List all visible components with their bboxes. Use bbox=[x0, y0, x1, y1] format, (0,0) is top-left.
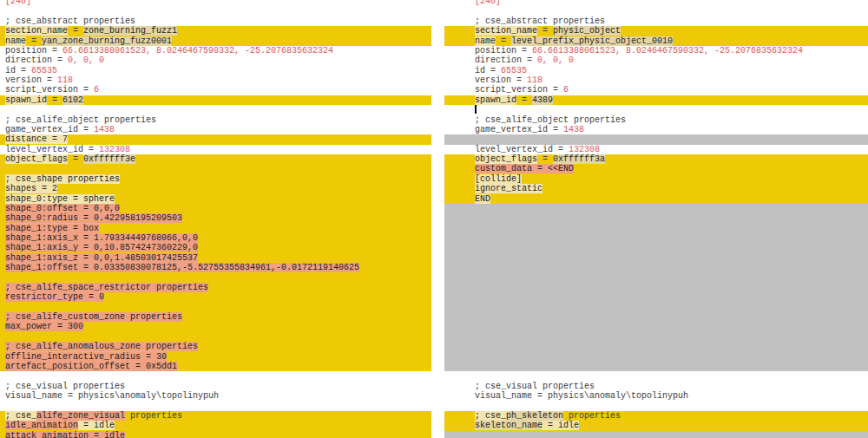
diff-line[interactable] bbox=[0, 164, 431, 173]
diff-line[interactable]: game_vertex_id = 1438 bbox=[444, 125, 868, 134]
diff-line[interactable]: ; cse_visual properties bbox=[444, 382, 868, 391]
diff-line[interactable] bbox=[444, 6, 868, 16]
diff-line[interactable] bbox=[444, 134, 868, 144]
diff-line[interactable]: custom_data = <<END bbox=[444, 164, 868, 173]
diff-line[interactable]: direction = 0, 0, 0 bbox=[444, 56, 868, 65]
diff-line[interactable]: ; cse_visual properties bbox=[0, 382, 431, 391]
diff-line[interactable]: ; cse_alife_object properties bbox=[0, 115, 431, 125]
diff-line[interactable]: ; cse_alife_zone_visual properties bbox=[0, 411, 431, 421]
diff-line[interactable] bbox=[444, 312, 868, 322]
left-file-pane[interactable]: [246]; cse_abstract propertiessection_na… bbox=[0, 0, 431, 438]
diff-line[interactable] bbox=[0, 332, 431, 342]
diff-line[interactable] bbox=[444, 243, 868, 252]
diff-line[interactable]: shape_1:axis_z = 0,0,1.48503017425537 bbox=[0, 253, 431, 263]
diff-line[interactable]: name = level_prefix_physic_object_0010 bbox=[444, 36, 868, 46]
text-run: offline_interactive_radius = 30 bbox=[5, 352, 167, 362]
diff-line[interactable] bbox=[444, 322, 868, 331]
diff-line[interactable] bbox=[444, 204, 868, 213]
diff-line[interactable]: shape_1:axis_y = 0,10.8574247360229,0 bbox=[0, 243, 431, 252]
text-run: shape_0:radius = 0.422958195209503 bbox=[5, 213, 182, 223]
diff-line[interactable]: shape_1:type = box bbox=[0, 224, 431, 233]
diff-line[interactable]: direction = 0, 0, 0 bbox=[0, 56, 431, 65]
diff-line[interactable]: [246] bbox=[0, 0, 431, 6]
diff-line[interactable]: attack_animation = idle bbox=[0, 431, 431, 438]
diff-line[interactable] bbox=[444, 213, 868, 223]
text-run: id = bbox=[5, 66, 31, 75]
diff-line[interactable]: id = 65535 bbox=[444, 66, 868, 75]
diff-line[interactable]: level_vertex_id = 132308 bbox=[0, 145, 431, 154]
diff-line[interactable] bbox=[444, 332, 868, 342]
diff-line[interactable] bbox=[0, 303, 431, 312]
diff-line[interactable] bbox=[0, 6, 431, 16]
diff-line[interactable]: game_vertex_id = 1438 bbox=[0, 125, 431, 134]
diff-line[interactable]: ; cse_ph_skeleton properties bbox=[444, 411, 868, 421]
diff-line[interactable]: [246] bbox=[444, 0, 868, 6]
diff-line[interactable]: section_name = zone_burning_fuzz1 bbox=[0, 26, 431, 36]
diff-line[interactable]: distance = 7 bbox=[0, 134, 431, 144]
diff-line[interactable]: position = 66.6613388061523, 8.024646759… bbox=[444, 46, 868, 56]
diff-line[interactable]: idle_animation = idle bbox=[0, 421, 431, 430]
diff-line[interactable]: [collide] bbox=[444, 174, 868, 184]
diff-line[interactable]: ; cse_shape properties bbox=[0, 174, 431, 184]
diff-line[interactable]: shape_0:radius = 0.422958195209503 bbox=[0, 213, 431, 223]
diff-line[interactable]: ; cse_alife_custom_zone properties bbox=[0, 312, 431, 322]
diff-line[interactable] bbox=[444, 283, 868, 292]
diff-line[interactable]: ; cse_alife_anomalous_zone properties bbox=[0, 342, 431, 351]
diff-line[interactable]: version = 118 bbox=[0, 75, 431, 85]
diff-line[interactable]: max_power = 300 bbox=[0, 322, 431, 331]
diff-line[interactable]: object_flags = 0xffffff3a bbox=[444, 154, 868, 164]
diff-line[interactable] bbox=[444, 224, 868, 233]
diff-line[interactable] bbox=[0, 273, 431, 283]
diff-line[interactable]: restrictor_type = 0 bbox=[0, 292, 431, 302]
diff-line[interactable] bbox=[0, 105, 431, 114]
diff-line[interactable]: ; cse_abstract properties bbox=[444, 16, 868, 26]
diff-line[interactable]: shape_1:offset = 0.03350830078125,-5.527… bbox=[0, 263, 431, 272]
diff-line[interactable]: object_flags = 0xffffff3e bbox=[0, 154, 431, 164]
text-run: 6102 bbox=[62, 95, 83, 105]
diff-line[interactable] bbox=[0, 401, 431, 410]
diff-line[interactable]: ; cse_abstract properties bbox=[0, 16, 431, 26]
diff-line[interactable]: position = 66.6613388061523, 8.024646759… bbox=[0, 46, 431, 56]
text-run: properties bbox=[563, 411, 621, 421]
diff-line[interactable]: visual_name = physics\anomaly\topolinypu… bbox=[444, 391, 868, 401]
diff-line[interactable] bbox=[444, 105, 868, 114]
diff-line[interactable]: section_name = physic_object bbox=[444, 26, 868, 36]
diff-line[interactable]: skeleton_name = idle bbox=[444, 421, 868, 430]
diff-line[interactable] bbox=[444, 342, 868, 351]
diff-line[interactable]: ignore_static bbox=[444, 184, 868, 193]
text-run: ; cse_alife_object properties bbox=[5, 115, 156, 125]
diff-line[interactable] bbox=[444, 352, 868, 362]
diff-line[interactable]: artefact_position_offset = 0x5dd1 bbox=[0, 362, 431, 371]
diff-line[interactable] bbox=[444, 401, 868, 410]
diff-line[interactable] bbox=[444, 292, 868, 302]
diff-line[interactable]: shapes = 2 bbox=[0, 184, 431, 193]
diff-line[interactable]: script_version = 6 bbox=[0, 85, 431, 95]
diff-line[interactable] bbox=[444, 253, 868, 263]
diff-line[interactable]: level_vertex_id = 132308 bbox=[444, 145, 868, 154]
diff-line[interactable]: ; cse_alife_space_restrictor properties bbox=[0, 283, 431, 292]
diff-line[interactable] bbox=[444, 303, 868, 312]
diff-line[interactable]: spawn_id = 6102 bbox=[0, 95, 431, 105]
diff-line[interactable]: ; cse_alife_object properties bbox=[444, 115, 868, 125]
diff-line[interactable]: spawn_id = 4389 bbox=[444, 95, 868, 105]
diff-line[interactable]: script_version = 6 bbox=[444, 85, 868, 95]
diff-line[interactable] bbox=[444, 371, 868, 381]
text-run: alife_zone_visual bbox=[36, 411, 125, 421]
diff-line[interactable]: name = yan_zone_burning_fuzz0001 bbox=[0, 36, 431, 46]
diff-line[interactable] bbox=[444, 233, 868, 243]
diff-line[interactable]: id = 65535 bbox=[0, 66, 431, 75]
diff-line[interactable]: shape_1:axis_x = 1.79334449768066,0,0 bbox=[0, 233, 431, 243]
diff-line[interactable] bbox=[444, 273, 868, 283]
diff-line[interactable] bbox=[0, 371, 431, 381]
right-file-pane[interactable]: [246]; cse_abstract propertiessection_na… bbox=[444, 0, 868, 438]
diff-line[interactable]: shape_0:type = sphere bbox=[0, 194, 431, 204]
diff-line[interactable] bbox=[444, 263, 868, 272]
diff-line[interactable]: version = 118 bbox=[444, 75, 868, 85]
diff-line[interactable]: END bbox=[444, 194, 868, 204]
diff-line[interactable]: offline_interactive_radius = 30 bbox=[0, 352, 431, 362]
diff-line[interactable] bbox=[444, 362, 868, 371]
text-run: = bbox=[537, 154, 553, 164]
diff-line[interactable] bbox=[444, 431, 868, 438]
diff-line[interactable]: visual_name = physics\anomaly\topolinypu… bbox=[0, 391, 431, 401]
diff-line[interactable]: shape_0:offset = 0,0,0 bbox=[0, 204, 431, 213]
